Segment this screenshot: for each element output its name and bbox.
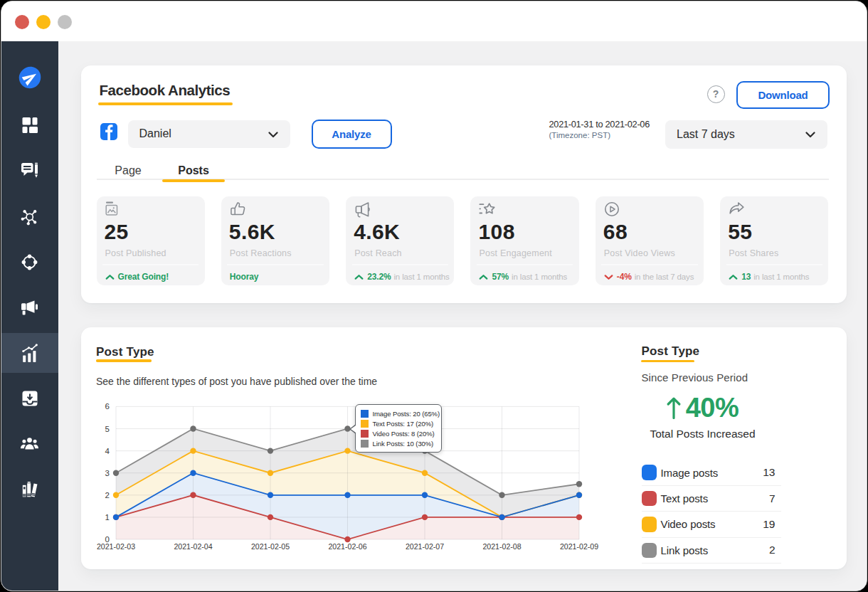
help-icon[interactable]: ? (707, 85, 725, 103)
data-point (267, 470, 272, 476)
legend-label: Link posts (661, 544, 709, 556)
tooltip-row: Link Posts: 10 (30%) (361, 439, 441, 449)
summary-change-value: 40% (686, 393, 739, 423)
chart-tooltip: Image Posts: 20 (65%)Text Posts: 17 (20%… (355, 404, 442, 453)
sidebar-item-dashboard[interactable] (1, 102, 58, 148)
timezone-note: (Timezone: PST) (549, 130, 670, 141)
sidebar-item-team[interactable] (1, 421, 58, 467)
promote-megaphone-icon (21, 299, 38, 316)
period-select-value: Last 7 days (665, 128, 735, 141)
stats-row: 25Post PublishedGreat Going! 5.6KPost Re… (97, 196, 829, 285)
data-point (190, 492, 196, 498)
legend-label: Text posts (661, 492, 709, 504)
sidebar-item-inbox[interactable] (1, 376, 58, 421)
summary-change: 40% (633, 396, 773, 420)
sidebar-item-connect-hub[interactable] (1, 194, 58, 239)
stat-trend: -4%in the last 7 days (604, 270, 694, 283)
dashboard-icon (21, 117, 38, 134)
tooltip-series-swatch (361, 410, 369, 418)
stat-label: Post Reach (354, 248, 402, 258)
account-select-value: Daniel (128, 127, 171, 140)
x-tick-label: 2021-02-04 (174, 542, 212, 551)
maximize-window-button[interactable] (58, 15, 72, 29)
minimize-window-button[interactable] (36, 15, 51, 29)
data-point (190, 448, 196, 453)
tab-posts[interactable]: Posts (162, 162, 225, 179)
x-tick-label: 2021-02-07 (405, 542, 443, 551)
data-point (421, 470, 427, 476)
legend-swatch (642, 543, 657, 559)
x-tick-label: 2021-02-06 (328, 542, 366, 551)
connect-hub-icon (21, 208, 38, 226)
data-point (576, 481, 581, 487)
stat-card-post-published: 25Post PublishedGreat Going! (97, 196, 205, 285)
legend-label: Video posts (661, 518, 716, 530)
sidebar-item-analytics-chart[interactable] (1, 330, 58, 376)
library-icon (21, 480, 39, 499)
data-point (190, 470, 196, 476)
x-tick-label: 2021-02-09 (559, 542, 598, 551)
data-point (499, 514, 504, 520)
facebook-icon (100, 123, 117, 140)
date-range-text: 2021-01-31 to 2021-02-06 (549, 119, 670, 130)
trend-up-icon (479, 274, 488, 280)
svg-text:3: 3 (105, 469, 109, 477)
inbox-icon (21, 390, 38, 407)
legend-row-video-posts: Video posts19 (642, 512, 781, 537)
title-accent-underline (98, 102, 233, 105)
team-icon (20, 436, 39, 452)
trend-up-icon (354, 274, 364, 280)
stat-value: 5.6K (229, 220, 275, 244)
summary-title-underline (641, 360, 694, 363)
stat-trend: 57%in last 1 months (479, 270, 567, 283)
tooltip-series-text: Link Posts: 10 (30%) (373, 440, 434, 448)
data-point (576, 492, 581, 498)
sidebar-item-posts-chat[interactable] (1, 148, 58, 194)
legend-value: 13 (763, 466, 775, 479)
sidebar (1, 41, 58, 591)
chevron-down-icon (805, 132, 815, 138)
page-title: Facebook Analytics (100, 83, 231, 98)
x-tick-label: 2021-02-05 (250, 542, 289, 551)
sidebar-nav (1, 102, 58, 512)
tooltip-series-text: Video Posts: 8 (20%) (373, 430, 435, 438)
app-logo[interactable] (1, 65, 58, 90)
stat-card-post-shares: 55Post Shares13in last 1 months (720, 196, 828, 285)
tooltip-row: Video Posts: 8 (20%) (361, 429, 441, 439)
data-point (267, 448, 272, 453)
legend-swatch (642, 465, 657, 480)
period-select[interactable]: Last 7 days (665, 120, 827, 149)
stat-trend: Hooray (230, 270, 258, 283)
svg-text:6: 6 (105, 402, 109, 411)
tooltip-series-swatch (361, 440, 369, 448)
sidebar-item-library[interactable] (1, 467, 58, 512)
legend-row-image-posts: Image posts13 (642, 460, 781, 486)
stat-value: 108 (478, 220, 514, 244)
account-select[interactable]: Daniel (128, 120, 290, 149)
trend-down-icon (604, 274, 613, 280)
star-engagement-icon (479, 201, 494, 217)
stat-trend: 13in last 1 months (729, 270, 809, 283)
summary-caption: Total Posts Increased (633, 428, 773, 440)
sidebar-item-groups-circle[interactable] (1, 239, 58, 285)
stat-divider (726, 264, 822, 265)
svg-text:1: 1 (105, 513, 109, 522)
trend-up-icon (729, 274, 738, 280)
tooltip-series-text: Image Posts: 20 (65%) (373, 410, 440, 418)
tab-page[interactable]: Page (97, 162, 159, 179)
download-button[interactable]: Download (736, 81, 830, 109)
data-point (576, 514, 581, 520)
svg-text:2: 2 (105, 491, 109, 500)
stat-label: Post Engagement (479, 248, 551, 258)
arrow-up-icon (667, 397, 681, 419)
sidebar-item-promote-megaphone[interactable] (1, 285, 58, 330)
summary-since-label: Since Previous Period (642, 371, 748, 384)
trend-up-icon (105, 274, 115, 280)
stat-divider (477, 264, 573, 265)
close-window-button[interactable] (15, 15, 29, 29)
legend-swatch (642, 517, 657, 532)
tooltip-series-swatch (361, 420, 369, 428)
x-tick-label: 2021-02-08 (482, 542, 521, 551)
stat-value: 25 (105, 220, 129, 244)
analyze-button[interactable]: Analyze (312, 120, 392, 149)
